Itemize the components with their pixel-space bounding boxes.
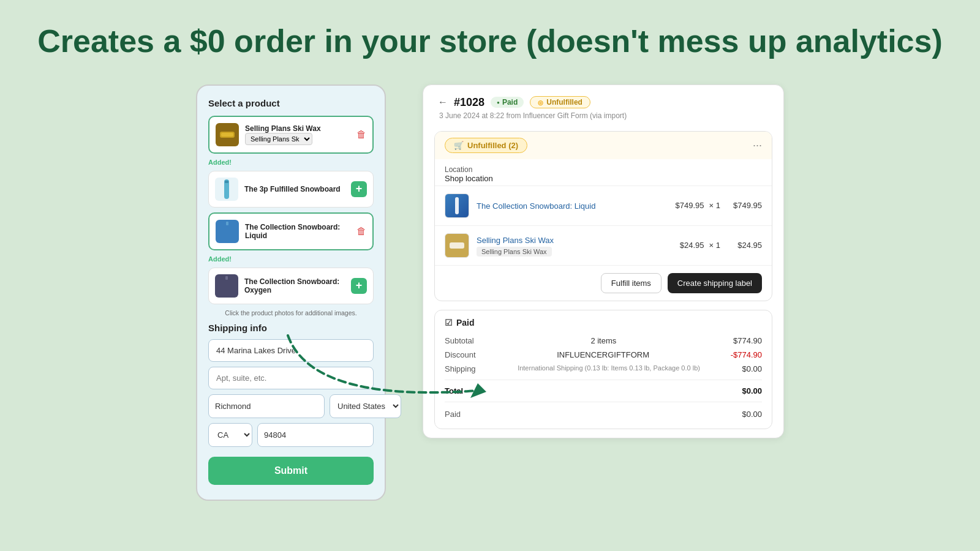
unfulfilled-badge-label: Unfulfilled (2) xyxy=(467,141,518,150)
svg-rect-3 xyxy=(225,181,228,183)
product-icon-ski-wax xyxy=(216,123,239,146)
order-panel: ← #1028 Paid Unfulfilled 3 June 2024 at … xyxy=(423,84,784,438)
product-name-oxygen-snowboard: The Collection Snowboard: Oxygen xyxy=(244,277,345,294)
order-product-row-wax: Selling Plans Ski Wax Selling Plans Ski … xyxy=(435,225,772,265)
wax-total: $24.95 xyxy=(725,241,762,250)
paid-section-header: ☑ Paid xyxy=(435,310,772,330)
product-item-3p-snowboard[interactable]: The 3p Fulfilled Snowboard + xyxy=(208,171,374,208)
paid-icon: ☑ xyxy=(445,318,453,328)
product-icon-oxygen-snowboard xyxy=(215,274,238,298)
country-select[interactable]: United States xyxy=(330,394,401,418)
product-name-liquid-snowboard: The Collection Snowboard: Liquid xyxy=(245,223,350,240)
payment-row-shipping: Shipping International Shipping (0.13 lb… xyxy=(445,362,762,376)
product-thumb-wax xyxy=(445,233,469,258)
location-block: Location Shop location xyxy=(435,159,772,186)
discount-value: -$774.90 xyxy=(731,350,762,359)
order-number: #1028 xyxy=(454,96,484,109)
product-link-liquid[interactable]: The Collection Snowboard: Liquid xyxy=(477,201,595,211)
fulfill-items-button[interactable]: Fulfill items xyxy=(601,273,662,293)
order-subtitle: 3 June 2024 at 8:22 from Influencer Gift… xyxy=(438,111,769,120)
liquid-price: $749.95 xyxy=(676,201,704,210)
create-shipping-label-button[interactable]: Create shipping label xyxy=(668,273,762,293)
phone-form-panel: Select a product Selling Plans Ski Wax S… xyxy=(196,84,386,501)
payment-rows: Subtotal 2 items $774.90 Discount INFLUE… xyxy=(435,330,772,429)
address2-input[interactable] xyxy=(208,367,374,389)
product-link-wax[interactable]: Selling Plans Ski Wax xyxy=(477,236,554,245)
city-country-row: United States xyxy=(208,394,374,418)
wax-variant-badge: Selling Plans Ski Wax xyxy=(477,247,552,257)
state-zip-row: CA xyxy=(208,423,374,447)
svg-rect-9 xyxy=(455,197,459,214)
back-arrow-icon[interactable]: ← xyxy=(438,97,448,108)
order-title-row: ← #1028 Paid Unfulfilled xyxy=(438,96,769,109)
city-input[interactable] xyxy=(208,394,325,418)
zip-input[interactable] xyxy=(257,423,374,447)
product-name-ski-wax: Selling Plans Ski Wax xyxy=(245,124,350,133)
payment-row-paid-final: Paid $0.00 xyxy=(445,406,762,421)
payment-row-total: Total $0.00 xyxy=(445,384,762,398)
total-value: $0.00 xyxy=(742,386,762,395)
paid-label: Paid xyxy=(456,318,475,328)
click-hint: Click the product photos for additional … xyxy=(208,309,374,317)
subtotal-value: $774.90 xyxy=(733,336,762,345)
shipping-label: Shipping xyxy=(445,364,476,373)
unfulfilled-section-header: 🛒 Unfulfilled (2) ··· xyxy=(435,132,772,159)
ski-wax-variant-select[interactable]: Selling Plans Ski Wax xyxy=(245,133,312,145)
delete-liquid-snowboard-button[interactable]: 🗑 xyxy=(356,226,366,237)
submit-button[interactable]: Submit xyxy=(208,457,374,485)
product-item-ski-wax[interactable]: Selling Plans Ski Wax Selling Plans Ski … xyxy=(208,116,374,154)
order-header: ← #1028 Paid Unfulfilled 3 June 2024 at … xyxy=(423,85,783,122)
unfulfilled-badge-section: 🛒 Unfulfilled (2) xyxy=(445,138,527,153)
paid-final-label: Paid xyxy=(445,410,461,419)
unfulfilled-badge-header: Unfulfilled xyxy=(530,96,590,108)
payment-row-discount: Discount INFLUENCERGIFTFORM -$774.90 xyxy=(445,348,762,362)
subtotal-label: Subtotal xyxy=(445,336,474,345)
location-value: Shop location xyxy=(445,174,762,183)
svg-rect-5 xyxy=(226,222,228,225)
product-pricing-liquid: $749.95 × 1 $749.95 xyxy=(676,201,762,210)
add-3p-snowboard-button[interactable]: + xyxy=(351,181,367,197)
product-item-oxygen-snowboard[interactable]: The Collection Snowboard: Oxygen + xyxy=(208,268,374,304)
location-label: Location xyxy=(445,165,762,174)
shipping-value: $0.00 xyxy=(742,364,762,373)
add-oxygen-snowboard-button[interactable]: + xyxy=(351,278,367,294)
shipping-info-title: Shipping info xyxy=(208,323,374,333)
order-product-row-liquid: The Collection Snowboard: Liquid $749.95… xyxy=(435,186,772,225)
state-select[interactable]: CA xyxy=(208,423,252,447)
paid-final-value: $0.00 xyxy=(742,410,762,419)
svg-rect-10 xyxy=(450,242,464,249)
product-name-3p-snowboard: The 3p Fulfilled Snowboard xyxy=(244,185,345,193)
svg-rect-7 xyxy=(225,276,228,280)
product-pricing-wax: $24.95 × 1 $24.95 xyxy=(680,241,762,250)
select-product-title: Select a product xyxy=(208,98,374,108)
product-icon-3p-snowboard xyxy=(215,178,238,201)
discount-detail: INFLUENCERGIFTFORM xyxy=(557,350,649,359)
total-label: Total xyxy=(445,386,463,395)
paid-section: ☑ Paid Subtotal 2 items $774.90 Discount… xyxy=(434,310,772,429)
unfulfilled-section: 🛒 Unfulfilled (2) ··· Location Shop loca… xyxy=(434,131,772,301)
ski-wax-added-badge: Added! xyxy=(208,159,374,166)
order-actions: Fulfill items Create shipping label xyxy=(435,265,772,301)
subtotal-detail: 2 items xyxy=(590,336,616,345)
address1-input[interactable] xyxy=(208,339,374,362)
payment-row-subtotal: Subtotal 2 items $774.90 xyxy=(445,334,762,348)
discount-label: Discount xyxy=(445,350,476,359)
liquid-snowboard-added-badge: Added! xyxy=(208,255,374,263)
unfulfilled-icon: 🛒 xyxy=(454,141,464,150)
liquid-total: $749.95 xyxy=(725,201,762,210)
wax-quantity: × 1 xyxy=(709,241,720,250)
content-area: Select a product Selling Plans Ski Wax S… xyxy=(0,66,980,501)
product-item-liquid-snowboard[interactable]: The Collection Snowboard: Liquid 🗑 xyxy=(208,212,374,250)
wax-price: $24.95 xyxy=(680,241,704,250)
delete-ski-wax-button[interactable]: 🗑 xyxy=(356,129,366,140)
liquid-quantity: × 1 xyxy=(709,201,720,210)
product-icon-liquid-snowboard xyxy=(216,220,239,243)
svg-rect-1 xyxy=(221,133,233,137)
three-dots-menu[interactable]: ··· xyxy=(753,139,762,152)
paid-badge: Paid xyxy=(491,97,524,108)
shipping-detail: International Shipping (0.13 lb: Items 0… xyxy=(518,364,700,373)
product-thumb-liquid xyxy=(445,193,469,218)
page-headline: Creates a $0 order in your store (doesn'… xyxy=(0,0,980,66)
